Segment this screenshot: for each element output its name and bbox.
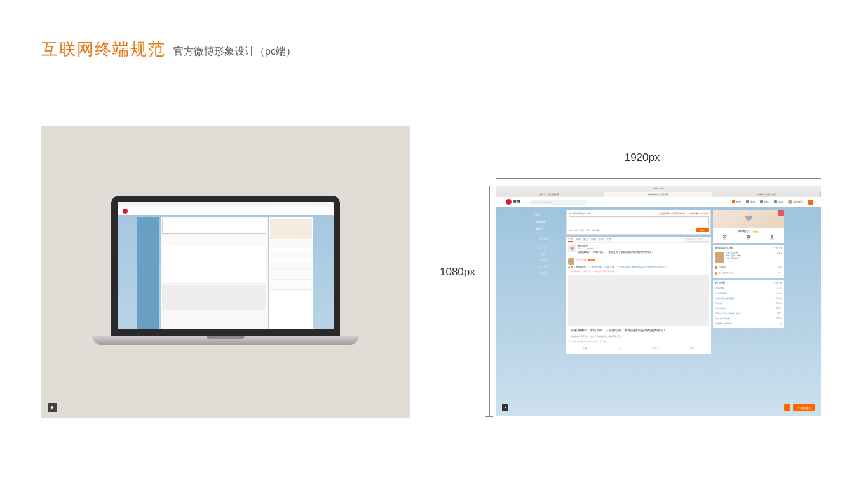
more-icon[interactable]: ··· <box>601 229 603 231</box>
post-article-link[interactable]: 《延禧下线，尔晴下线，一张图让你了解婚前婚后丧偶的富察傅恒！》 <box>589 266 668 268</box>
featured-movie[interactable]: 西虹市首富 类型：喜剧 / 爱情 沈腾 / 宋芸桦 / ... 98.8 <box>715 251 782 265</box>
right-column: 都市暖心 V 编辑 37关注 25粉丝 9微博 微博电影热议榜↻ 换一换 <box>713 210 784 416</box>
feed-search-input[interactable]: 搜索我关注人的微博 <box>684 238 709 242</box>
filter-music[interactable]: 音乐 <box>599 238 604 241</box>
post-actions: 收藏 转发 评论 2 赞 20 <box>568 345 709 352</box>
float-play-icon[interactable] <box>502 404 508 411</box>
nav-game[interactable]: 游戏 <box>774 200 783 203</box>
brand-logo-icon <box>744 214 753 223</box>
movie-rank-item[interactable]: 1小偷家族98.8 <box>715 265 782 270</box>
topic-item[interactable]: #surrise新剧#3547万 <box>715 306 782 311</box>
sidebar-item-home[interactable]: 首页 <box>531 211 564 218</box>
chat-bubble-icon[interactable] <box>784 404 790 411</box>
dimension-height-label: 1080px <box>440 266 475 279</box>
topic-item[interactable]: #微会价今日大涨#2136万 <box>715 316 782 321</box>
topic-item[interactable]: #请回答#128.3亿 <box>715 301 782 306</box>
main-column: 有什么新鲜事想告诉大家？ 《中国新说唱》回归4进3淘汰赛，本周战况揭晓~~ 热门… <box>566 210 711 416</box>
post-caption: 延禧攻略中，尔晴下线，一张图让你了解婚前婚后丧偶的富察傅恒！ <box>568 326 709 336</box>
annotated-screenshot-panel: 1920px 1080px weibo.com 微博-下，有惊喜新鲜事 微博-随… <box>433 126 827 418</box>
movie-rank-panel: 微博电影热议榜↻ 换一换 西虹市首富 类型：喜剧 / 爱情 沈腾 / 宋芸桦 /… <box>713 245 784 278</box>
post-image[interactable] <box>568 275 709 326</box>
scope-select[interactable]: 公开 <box>690 229 694 231</box>
filter-all[interactable]: 全部 <box>568 238 573 242</box>
refresh-button[interactable]: ↻ 换一换 <box>774 282 782 284</box>
stat-following[interactable]: 37关注 <box>723 235 727 240</box>
like-button[interactable]: 赞 20 <box>689 347 694 350</box>
topic-item[interactable]: #延禧攻略#71.7亿 <box>715 286 782 291</box>
browser-tab[interactable]: 微博-下，有惊喜新鲜事 <box>496 192 604 197</box>
browser-tab[interactable]: 微博-随时随地发现新鲜事 <box>604 192 713 197</box>
compose-box: 有什么新鲜事想告诉大家？ 《中国新说唱》回归4进3淘汰赛，本周战况揭晓~~ 热门… <box>566 210 711 235</box>
address-bar[interactable]: weibo.com <box>653 188 664 190</box>
filter-video[interactable]: 视频 <box>591 238 596 241</box>
sidebar-item-friends[interactable]: 好友圈 <box>531 245 564 251</box>
title-main: 互联网终端规范 <box>41 38 166 60</box>
favorite-button[interactable]: 收藏 <box>583 347 587 350</box>
feed-post: 设计专线 超话 发布了头条文章： 《延禧下线，尔晴下线，一张图让你了解婚前婚后丧… <box>566 256 711 354</box>
search-input[interactable]: 大家正在搜：surrise案例 <box>529 200 587 205</box>
post-username[interactable]: 设计专线 <box>576 259 587 261</box>
filter-original[interactable]: 原创 <box>576 238 581 241</box>
topic-item[interactable]: #中国新说唱#41.7亿 <box>715 291 782 296</box>
topic-item[interactable]: #F.学过不学校等那课第一章...#527万 <box>715 311 782 316</box>
nav-user[interactable]: 都市暖心 <box>788 200 803 204</box>
sidebar-item-quietly[interactable]: 悄悄关注 <box>531 270 564 277</box>
play-button-icon[interactable] <box>48 403 57 412</box>
emoji-icon[interactable]: 表情 <box>569 229 573 231</box>
brand-avatar[interactable] <box>568 245 576 252</box>
feed-recommended: 都市暖心 今天 21:30 来自 微博 weibo.com 延禧攻略中，尔晴下线… <box>566 243 711 256</box>
topic-item[interactable]: #明星host well well#1.1亿 <box>715 321 782 326</box>
image-icon[interactable]: 图片 <box>574 229 578 231</box>
supertopic-badge[interactable]: 超话 <box>588 259 595 261</box>
weibo-body: 首页 我的收藏 我的赞 热门微博 好友圈 V+微博 特别关注 明人明星 悄悄关注 <box>496 207 821 416</box>
browser-tab[interactable]: 都市暖心的微博_微博 <box>712 192 821 197</box>
repost-button[interactable]: 转发 <box>618 347 622 350</box>
hot-topics-panel: 热门话题↻ 换一换 #延禧攻略#71.7亿 #中国新说唱#41.7亿 #最想看复… <box>713 280 784 328</box>
topic-icon[interactable]: 话题 <box>586 229 590 231</box>
discover-icon <box>760 200 763 203</box>
laptop-mockup-panel <box>41 126 410 418</box>
stat-weibo[interactable]: 9微博 <box>770 235 774 240</box>
profile-card: 都市暖心 V 编辑 37关注 25粉丝 9微博 <box>713 210 784 243</box>
stat-followers[interactable]: 25粉丝 <box>747 235 750 240</box>
sidebar-item-hot[interactable]: 热门微博 <box>531 236 564 242</box>
sidebar-item-fav[interactable]: 我的收藏 <box>531 218 564 225</box>
post-avatar[interactable] <box>568 258 574 265</box>
sidebar-item-special[interactable]: 特别关注 <box>531 258 564 264</box>
feed-rec-meta: 今天 21:30 来自 微博 weibo.com <box>578 248 654 250</box>
profile-banner <box>713 210 784 228</box>
nav-home[interactable]: 首页 <box>732 200 741 203</box>
sidebar-item-stars[interactable]: 明人明星 <box>531 264 564 270</box>
compose-prompt: 有什么新鲜事想告诉大家？ <box>569 212 592 215</box>
nav-video[interactable]: 视频 <box>746 200 755 203</box>
sidebar-item-vplus[interactable]: V+微博 <box>531 251 564 258</box>
weibo-eye-icon <box>506 199 512 205</box>
laptop-base <box>92 336 359 345</box>
feed-rec-username[interactable]: 都市暖心 <box>578 245 654 247</box>
nav-discover[interactable]: 发现 <box>760 200 769 203</box>
profile-name[interactable]: 都市暖心 V 编辑 <box>713 228 784 233</box>
publish-button[interactable]: 发布 <box>696 228 709 232</box>
filter-article[interactable]: 文章 <box>606 238 611 241</box>
refresh-button[interactable]: ↻ 换一换 <box>774 247 782 249</box>
filter-image[interactable]: 图片 <box>583 238 588 241</box>
title-sub: 官方微博形象设计（pc端） <box>173 45 296 59</box>
movie-rank-item[interactable]: 2狄仁杰之四大天王96.2 <box>715 270 782 276</box>
dimension-line <box>496 178 821 179</box>
article-icon[interactable]: 头条文章 <box>592 229 599 231</box>
sidebar-item-like[interactable]: 我的赞 <box>531 225 564 232</box>
post-timestamp: 今天 21:52 来自 微博 weibo.com 阅读 5.5万 推广 <box>568 341 709 343</box>
post-quote[interactable]: ○ 延禧满屏暖心、尔晴下线，一张图让你了解富察傅恒！ <box>568 270 709 273</box>
browser-toolbar: weibo.com <box>496 186 821 192</box>
page-title-group: 互联网终端规范 官方微博形象设计（pc端） <box>41 38 296 60</box>
weibo-logo[interactable]: 微博 <box>506 199 520 205</box>
settings-icon[interactable] <box>808 200 813 205</box>
heart-logo-icon <box>570 247 574 251</box>
private-chat-button[interactable]: ✉ 私信聊天 <box>793 404 815 411</box>
comment-button[interactable]: 评论 2 <box>653 347 658 350</box>
video-icon[interactable]: 视频 <box>580 229 584 231</box>
movie-poster <box>715 252 724 263</box>
laptop-device <box>111 196 340 348</box>
compose-textarea[interactable] <box>569 216 709 226</box>
topic-item[interactable]: #最想看复仇戏的明星#61.6亿 <box>715 296 782 301</box>
